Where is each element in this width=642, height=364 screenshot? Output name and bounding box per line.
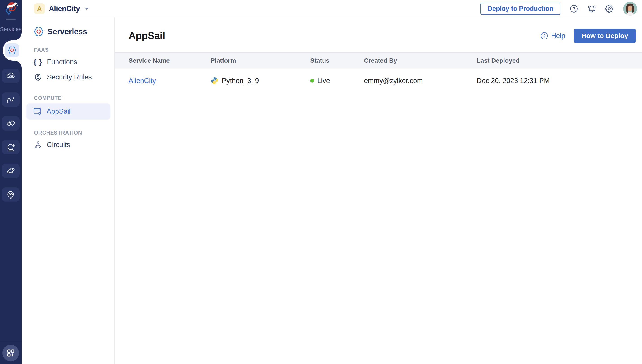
page-actions: ? Help How to Deploy	[540, 29, 636, 43]
ai-squiggle-icon	[6, 95, 16, 104]
sidebar-item-appsail[interactable]: AppSail	[27, 104, 111, 120]
table-row[interactable]: AlienCity Python_3_9 Live emmy@zylker.co…	[115, 68, 642, 93]
project-selector[interactable]: A AlienCity	[34, 3, 89, 14]
project-initial-chip: A	[34, 3, 45, 14]
sidebar-item-circuits[interactable]: Circuits	[22, 137, 115, 152]
services-label: Services	[0, 26, 22, 32]
platform-value: Python_3_9	[222, 77, 259, 85]
column-header-status: Status	[310, 57, 364, 64]
column-header-created-by: Created By	[364, 57, 477, 64]
service-name-link[interactable]: AlienCity	[129, 77, 211, 85]
how-to-deploy-button[interactable]: How to Deploy	[574, 29, 636, 43]
sidebar-item-label: Functions	[47, 58, 77, 66]
sidebar-item-label: Security Rules	[47, 73, 92, 81]
help-link[interactable]: ? Help	[540, 32, 565, 40]
status-live-dot	[310, 79, 314, 82]
braces-icon: { }	[34, 58, 42, 66]
sidebar-title: Serverless	[48, 27, 87, 36]
gear-icon[interactable]	[605, 4, 614, 13]
column-header-platform: Platform	[211, 57, 310, 64]
status-cell: Live	[310, 77, 364, 85]
cloud-sync-icon	[6, 71, 16, 80]
rail-divider	[6, 19, 16, 20]
help-circle-icon: ?	[540, 32, 548, 40]
app-window-gear-icon	[34, 108, 42, 115]
rail-item-orbit[interactable]	[2, 164, 20, 178]
platform-cell: Python_3_9	[211, 77, 310, 85]
sidebar-item-security-rules[interactable]: Security Rules	[22, 70, 115, 85]
grid-plus-icon	[6, 348, 15, 358]
help-circle-icon[interactable]: ?	[569, 4, 578, 13]
svg-text:?: ?	[572, 6, 575, 11]
serverless-code-icon	[5, 44, 19, 57]
crystal-sparkle-icon	[6, 142, 16, 152]
sidebar-header: Serverless	[22, 26, 115, 37]
page-header: AppSail ? Help How to Deploy	[115, 26, 642, 46]
service-rail: Services	[0, 0, 22, 364]
serverless-logo-icon	[34, 26, 44, 37]
last-deployed-cell: Dec 20, 2023 12:31 PM	[477, 77, 642, 85]
help-label: Help	[551, 32, 565, 40]
section-label-compute: COMPUTE	[22, 95, 115, 101]
svg-text:?: ?	[543, 34, 546, 38]
column-header-service-name: Service Name	[129, 57, 211, 64]
rail-item-quickml[interactable]	[2, 116, 20, 130]
section-label-orchestration: ORCHESTRATION	[22, 130, 115, 136]
double-diamond-icon	[6, 119, 16, 128]
project-name: AlienCity	[49, 4, 80, 13]
sidebar-item-label: Circuits	[47, 141, 70, 149]
shield-lock-icon	[34, 74, 42, 81]
chat-face-icon	[6, 190, 16, 199]
created-by-cell: emmy@zylker.com	[364, 77, 477, 85]
apps-grid-button[interactable]	[3, 345, 19, 361]
rail-bottom	[0, 342, 22, 364]
rail-nav	[0, 40, 22, 202]
serverless-sidebar: Serverless FAAS { } Functions Security R…	[22, 18, 115, 364]
sidebar-item-functions[interactable]: { } Functions	[22, 54, 115, 70]
bell-icon[interactable]	[587, 4, 596, 13]
main-content: AppSail ? Help How to Deploy Service Nam…	[115, 18, 642, 364]
rail-item-serverless-active[interactable]	[3, 40, 22, 61]
section-label-faas: FAAS	[22, 47, 115, 53]
services-table: Service Name Platform Status Created By …	[115, 52, 642, 93]
sidebar-item-label: AppSail	[47, 108, 71, 116]
status-value: Live	[317, 77, 330, 85]
user-avatar[interactable]	[623, 2, 637, 16]
python-icon	[211, 77, 219, 85]
table-header-row: Service Name Platform Status Created By …	[115, 52, 642, 68]
page-title: AppSail	[129, 30, 165, 42]
column-header-last-deployed: Last Deployed	[477, 57, 642, 64]
topbar-right: Deploy to Production ?	[480, 2, 637, 16]
topbar: A AlienCity Deploy to Production ?	[22, 0, 642, 18]
rail-item-zia[interactable]	[2, 92, 20, 107]
catalyst-santa-logo[interactable]	[2, 1, 19, 18]
planet-orbit-icon	[6, 166, 16, 176]
rail-item-cloud[interactable]	[2, 69, 20, 83]
rail-item-chat[interactable]	[2, 187, 20, 202]
deploy-to-production-button[interactable]: Deploy to Production	[480, 3, 560, 15]
chevron-down-icon	[85, 7, 89, 10]
rail-item-convokraft[interactable]	[2, 140, 20, 154]
org-tree-icon	[34, 141, 42, 149]
